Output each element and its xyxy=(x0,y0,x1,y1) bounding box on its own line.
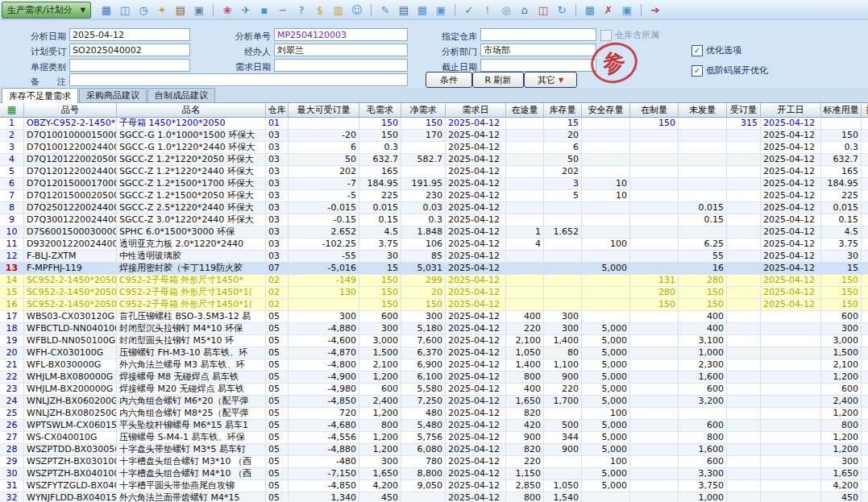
table-row[interactable]: 30WSZPTZH-BX040100G十字槽盘头组合螺钉 M4*10 （酉05-… xyxy=(0,468,868,480)
planned-order-input[interactable] xyxy=(69,44,190,56)
table-row[interactable]: 15SC952-2-1450*2050-(C952-2子母箱 外形尺寸1450*… xyxy=(0,287,868,299)
factory-icon[interactable]: ⌂ xyxy=(517,2,532,17)
column-header-14[interactable]: 开工日 xyxy=(761,103,821,118)
duplicate-icon[interactable]: ▣ xyxy=(620,2,634,17)
ledger-icon[interactable]: ▦ xyxy=(415,2,430,17)
column-header-2[interactable]: 品名 xyxy=(117,103,266,118)
analysis-date-input[interactable] xyxy=(69,28,190,41)
column-header-11[interactable]: 在制量 xyxy=(630,103,679,118)
handler-input[interactable] xyxy=(274,44,408,56)
remark-input[interactable] xyxy=(69,73,408,86)
other-button[interactable]: 其它 ▼ xyxy=(524,72,577,88)
attachment-icon[interactable]: ▪ xyxy=(257,2,272,17)
refresh-button[interactable]: R 刷新 xyxy=(472,72,524,88)
department-input[interactable] xyxy=(480,44,596,56)
table-row[interactable]: 28WSZPTDD-BX030050G十字盘头带垫螺钉 M3*5 易车钉05-4… xyxy=(0,444,868,456)
column-header-0[interactable]: ▦ xyxy=(0,103,24,118)
grid-icon[interactable]: ▦ xyxy=(583,2,597,17)
users-icon[interactable]: ☺ xyxy=(350,2,364,17)
table-row[interactable]: 17WBS03-CX030120G盲孔压铆螺柱 BSO-3.5M3-12 易05… xyxy=(0,311,868,323)
demand-date-input[interactable] xyxy=(274,59,408,72)
analysis-no-input[interactable] xyxy=(274,28,408,41)
doc-category-input[interactable] xyxy=(69,59,190,72)
flower-icon[interactable]: ❀ xyxy=(220,2,235,17)
table-row[interactable]: 7D7Q1201500020500GSGCC-Z 1.2*1500*2050 环… xyxy=(0,190,868,202)
table-row[interactable]: 19WFBLD-NN050100G封闭型圆头拉铆钉 M5*10 环05-4,60… xyxy=(0,335,868,347)
cart-icon[interactable]: ▥ xyxy=(331,2,346,17)
warehouse-include-checkbox[interactable]: 仓库含所属 xyxy=(600,29,659,41)
column-header-4[interactable]: 最大可受订量 xyxy=(289,103,359,118)
cell: WFBLD-NN050100G xyxy=(24,335,117,347)
column-header-8[interactable]: 在途量 xyxy=(506,103,544,118)
table-row[interactable]: 8D7Q2501220024400GSGCC-Z 2.5*1220*2440 环… xyxy=(0,202,868,214)
notebook-icon[interactable]: ▤ xyxy=(397,2,411,17)
cell: SGCC-Z 3.0*1220*2440 环保大 xyxy=(117,214,266,226)
tab-selfmade-suggestion[interactable]: 自制成品建议 xyxy=(147,88,215,102)
column-header-15[interactable]: 标准用量 xyxy=(821,103,862,118)
column-header-16[interactable]: 损耗量 xyxy=(862,103,868,118)
help-icon[interactable]: ? xyxy=(294,2,309,17)
warning-icon[interactable]: ! xyxy=(480,2,495,17)
table-row[interactable]: 3D7Q1001220024400GSGCC-G 1.0*1220*2440 环… xyxy=(0,142,868,154)
table-row[interactable]: 21WFL-BX030000G外六角法兰螺母 M3 易车铁、环05-4,8002… xyxy=(0,359,868,371)
export-grid-icon[interactable]: ▦ xyxy=(99,2,114,17)
table-row[interactable]: 11D932001220024400G透明亚克力板 2.0*1220*24400… xyxy=(0,239,868,251)
table-row[interactable]: 16SC952-2-1450*2050-(C952-2子母箱 外形尺寸1450*… xyxy=(0,299,868,311)
table-row[interactable]: 26WPTSWLM-CX060150G平头坠纹杆铆螺母 M6*15 易车105-… xyxy=(0,420,868,432)
column-header-13[interactable]: 受订量 xyxy=(727,103,761,118)
column-header-9[interactable]: 库存量 xyxy=(544,103,582,118)
cell xyxy=(727,214,761,226)
table-row[interactable]: 1OBZY-C952-2-1450*2(子母箱 1450*1200*205001… xyxy=(0,118,868,130)
doc-edit-icon[interactable]: ✎ xyxy=(378,2,392,17)
remove-icon[interactable]: − xyxy=(276,2,290,17)
monitor-alert-icon[interactable]: ◫ xyxy=(536,2,550,17)
approve-icon[interactable]: ✓ xyxy=(462,2,476,17)
table-row[interactable]: 20WFH-CX030100G压铆螺钉 FH-M3-10 易车铁、环05-4,8… xyxy=(0,347,868,359)
table-row[interactable]: 29WSZPTZH-BX030100G十字槽盘头组合螺钉 M3*10 （酉05-… xyxy=(0,456,868,468)
table-row[interactable]: 25WNLJZH-BX080250G内六角组合螺钉 M8*25（配平弹05720… xyxy=(0,408,868,420)
table-row[interactable]: 14SC952-2-1450*2050-(C952-2子母箱 外形尺寸1450*… xyxy=(0,275,868,287)
table-row[interactable]: 5D7Q1201220024400GSGCC-Z 1.2*1220*2440 环… xyxy=(0,166,868,178)
column-header-6[interactable]: 净需求 xyxy=(401,103,446,118)
column-header-12[interactable]: 未发量 xyxy=(679,103,727,118)
table-row[interactable]: 18WFBCTLD-NN040100G封闭型沉头拉铆钉 M4*10 环保05-4… xyxy=(0,323,868,335)
column-header-5[interactable]: 毛需求 xyxy=(359,103,401,118)
table-row[interactable]: 4D7Q1201220020500GSGCC-Z 1.2*1220*2050 环… xyxy=(0,154,868,166)
warehouse-input[interactable] xyxy=(480,28,596,41)
tab-insufficient-stock[interactable]: 库存不足量需求 xyxy=(2,88,78,103)
module-title-button[interactable]: 生产需求/计划分 ▼ xyxy=(2,2,91,19)
table-row[interactable]: 6D7Q1201500017000GSGCC-Z 1.2*1500*1700 环… xyxy=(0,178,868,190)
low-level-code-checkbox[interactable]: 低阶码展开优化 xyxy=(691,64,768,77)
table-row[interactable]: 27WS-CX040010G压铆螺母 S-M4-1 易车铁、环保05-4,556… xyxy=(0,432,868,444)
close-icon[interactable]: ✗ xyxy=(601,2,616,17)
condition-button[interactable]: 条件 xyxy=(426,72,472,88)
column-header-3[interactable]: 仓库 xyxy=(266,103,289,118)
refresh-icon[interactable]: ↻ xyxy=(554,2,569,17)
column-header-10[interactable]: 安全存量 xyxy=(582,103,630,118)
table-row[interactable]: 23WHJLM-BX200000G焊接螺母 M20 无碰焊点 易车铁05-4,9… xyxy=(0,384,868,396)
money-icon[interactable]: $ xyxy=(313,2,327,17)
table-row[interactable]: 10D7S6001500030000GSPHC 6.0*1500*3000 环保… xyxy=(0,226,868,239)
copy-icon[interactable]: ▣ xyxy=(434,2,448,17)
monitor-icon[interactable]: ◫ xyxy=(118,2,132,17)
clock-icon[interactable]: ◷ xyxy=(136,2,151,17)
optimize-option-checkbox[interactable]: 优化选项 xyxy=(691,44,741,56)
table-row[interactable]: 31WSZFYTZGLD-BX04015(十字槽平圆头带垫燕尾自攻铆05-4,8… xyxy=(0,480,868,492)
table-row[interactable]: 12F-BLJ-ZXTM中性透明玻璃胶03-5530852025-04-1255… xyxy=(0,251,868,263)
key-icon[interactable]: ✦ xyxy=(155,2,169,17)
tab-purchase-suggestion[interactable]: 采购商品建议 xyxy=(79,88,147,102)
column-header-1[interactable]: 品号 xyxy=(24,103,117,118)
table-row[interactable]: 9D7Q3001220024400GSGCC-Z 3.0*1220*2440 环… xyxy=(0,214,868,226)
table-row[interactable]: 24WNLJZH-BX060200G内六角组合螺钉 M6*20（配平弹05-4,… xyxy=(0,396,868,408)
doc-search-icon[interactable]: ◎ xyxy=(499,2,513,17)
table-row[interactable]: 2D7Q1001000015000GSGCC-G 1.0*1000*1500 环… xyxy=(0,130,868,142)
send-icon[interactable]: ✈ xyxy=(239,2,253,17)
table-row[interactable]: 32WYNJFLDD-BX040150G外六角法兰面带齿螺钉 M4*15051,… xyxy=(0,492,868,502)
table-row[interactable]: 22WHJLM-BX080000G焊接螺母 M8 无碰焊点 易车铁05-4,90… xyxy=(0,371,868,384)
column-header-7[interactable]: 需求日 xyxy=(446,103,506,118)
print-icon[interactable]: ▣ xyxy=(192,2,206,17)
table-row[interactable]: 13F-MPFHJ-119焊接用密封胶（卡丁119防火胶07-5,016155,… xyxy=(0,263,868,275)
exit-icon[interactable]: ➔ xyxy=(648,2,662,17)
book-icon[interactable]: ▤ xyxy=(173,2,188,17)
deadline-input[interactable] xyxy=(480,59,596,72)
